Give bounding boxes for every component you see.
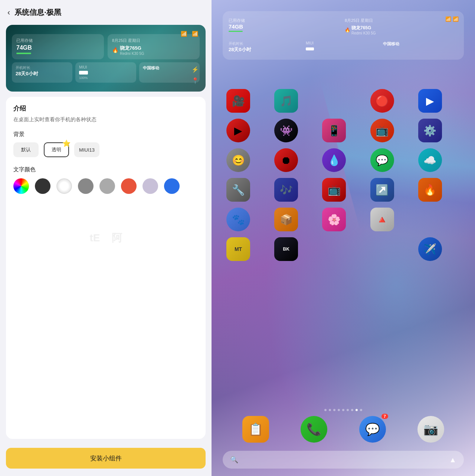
widget-grid: 已用存储 74GB 8月25日 星期日 🔥 骁龙765G Redmi K30 5…: [12, 34, 200, 59]
app-icon-maps[interactable]: 🔴: [370, 89, 394, 113]
rw-carrier-cell: 中国移动: [383, 40, 458, 54]
app-icon-wechat[interactable]: 💬: [370, 148, 394, 172]
color-gray1[interactable]: [78, 178, 94, 194]
message-badge: 7: [381, 414, 388, 419]
spacer4: [322, 267, 346, 291]
spacer2: [226, 267, 250, 291]
wifi-icon: 📶: [181, 31, 187, 37]
app-icon-play[interactable]: ▶: [418, 89, 442, 113]
app-icon-yt[interactable]: ▶: [226, 119, 250, 142]
dot-9: [360, 409, 362, 411]
uptime-label: 开机时长: [16, 65, 69, 70]
search-bar[interactable]: 🔍 ▲: [223, 451, 464, 469]
app-icon-fire[interactable]: 🔥: [418, 178, 442, 202]
xiaomi-flame-icon: 🔥: [112, 47, 118, 53]
right-panel: 📶 📶 已用存储 74GB 8月25日 星期日 🔥 骁龙765G Redmi K…: [212, 0, 475, 476]
color-lavender[interactable]: [142, 178, 158, 194]
color-dark[interactable]: [35, 178, 50, 194]
google-icon: ▲: [449, 456, 456, 464]
dock-icon-messages[interactable]: 💬 7: [359, 416, 386, 443]
star-icon: ⭐: [62, 139, 71, 148]
right-status-icons: 📶 📶: [445, 16, 459, 22]
storage-bar: [16, 53, 31, 54]
bg-option-default[interactable]: 默认: [13, 142, 39, 157]
app-icon-bk[interactable]: BK: [274, 237, 298, 261]
bg-transparent-label: 透明: [52, 146, 61, 153]
dot-8: [356, 409, 358, 411]
app-icon-rec[interactable]: ⏺: [274, 148, 298, 172]
app-icon-purple[interactable]: 💧: [322, 148, 346, 172]
left-panel: ‹ 系统信息·极黑 📶 📶 已用存储 74GB 8月25日 星期日 🔥 骁龙76…: [0, 0, 212, 476]
dot-2: [329, 409, 331, 411]
app-icon-gray2[interactable]: 😊: [226, 148, 250, 172]
app-icon-mt[interactable]: MT: [226, 237, 250, 261]
dot-5: [342, 409, 344, 411]
right-widget-grid: 已用存储 74GB 8月25日 星期日 🔥 骁龙765G Redmi K30 5…: [229, 16, 458, 37]
dot-7: [351, 409, 353, 411]
dots-indicator: [212, 409, 475, 411]
app-icon-box[interactable]: 📦: [274, 208, 298, 231]
app-icon-pink[interactable]: 🌸: [322, 208, 346, 231]
app-grid: 🎥 🎵 🔴 ▶ ▶ 👾 📱 📺 ⚙️ 😊 ⏺ 💧 💬 ☁️ 🔧 🎶 📺 ↗️ 🔥…: [226, 89, 460, 291]
chip-sub: Redmi K30 5G: [120, 52, 144, 56]
app-icon-tv3[interactable]: 📺: [322, 178, 346, 202]
app-icon-empty1: [322, 89, 346, 113]
spacer3: [274, 267, 298, 291]
rw-green-bar: [229, 31, 243, 32]
rw-storage-label: 已用存储: [229, 18, 342, 23]
dock-icon-camera[interactable]: 📷: [417, 416, 444, 443]
dot-3: [333, 409, 335, 411]
back-button[interactable]: ‹: [7, 8, 10, 17]
storage-value: 74GB: [16, 44, 99, 51]
color-white-outline[interactable]: [56, 178, 72, 194]
bluetooth-icon: ⚡: [191, 66, 199, 73]
app-icon-music2[interactable]: 🎵: [274, 89, 298, 113]
app-icon-fly[interactable]: ✈️: [418, 237, 442, 261]
rw-date-cell: 8月25日 星期日 🔥 骁龙765G Redmi K30 5G: [345, 16, 458, 37]
rw-date-label: 8月25日 星期日: [345, 18, 458, 23]
app-icon-video[interactable]: 🎥: [226, 89, 250, 113]
dot-4: [338, 409, 340, 411]
app-icon-music3[interactable]: 🎶: [274, 178, 298, 202]
app-icon-arrow[interactable]: ↗️: [370, 178, 394, 202]
bg-default-label: 默认: [21, 146, 31, 153]
right-widget: 📶 📶 已用存储 74GB 8月25日 星期日 🔥 骁龙765G Redmi K…: [223, 11, 464, 60]
dock-icon-files[interactable]: 📋: [242, 416, 269, 443]
right-wifi-icon: 📶: [445, 16, 451, 22]
app-icon-triangle[interactable]: 🔺: [370, 208, 394, 231]
chip-label: 骁龙765G: [120, 45, 144, 52]
app-icon-cloud[interactable]: ☁️: [418, 148, 442, 172]
color-rainbow[interactable]: [13, 178, 29, 194]
dock-icon-phone[interactable]: 📞: [301, 416, 327, 443]
rw-miui-label: MIUI: [306, 41, 381, 45]
app-icon-util[interactable]: ⚙️: [418, 119, 442, 142]
rw-storage-value: 74GB: [229, 23, 342, 30]
app-icon-baidu[interactable]: 🐾: [226, 208, 250, 231]
widget-date-cell: 8月25日 星期日 🔥 骁龙765G Redmi K30 5G: [108, 34, 200, 59]
bg-options: 默认 透明 ⭐ MIUI13: [13, 142, 198, 157]
install-widget-button[interactable]: 安装小组件: [6, 448, 206, 469]
dot-6: [347, 409, 349, 411]
date-label: 8月25日 星期日: [112, 38, 195, 43]
intro-title: 介绍: [13, 104, 198, 113]
app-icon-dark1[interactable]: 👾: [274, 119, 298, 142]
dock-area: 📋 📞 💬 7 📷: [226, 416, 460, 443]
app-icon-tools[interactable]: 🔧: [226, 178, 250, 202]
rw-uptime-value: 28天0小时: [229, 46, 304, 53]
bg-option-transparent[interactable]: 透明 ⭐: [44, 142, 69, 157]
uptime-cell: 开机时长 28天0小时: [12, 62, 72, 83]
install-btn-label: 安装小组件: [90, 454, 122, 463]
miui-label: MIUI: [79, 65, 132, 69]
header: ‹ 系统信息·极黑: [0, 0, 212, 21]
battery-label: 100%: [79, 76, 132, 80]
app-icon-mixed[interactable]: 📱: [322, 119, 346, 142]
rw-bottom: 开机时长 28天0小时 MIUI 中国移动: [229, 40, 458, 54]
color-blue[interactable]: [164, 178, 180, 194]
miui-cell: MIUI 100%: [75, 62, 136, 83]
color-orange[interactable]: [121, 178, 137, 194]
rw-carrier-label: 中国移动: [383, 41, 458, 47]
content-card: 介绍 在桌面上实时查看你手机的各种状态 背景 默认 透明 ⭐ MIUI13 文字…: [6, 97, 206, 439]
app-icon-tv2[interactable]: 📺: [370, 119, 394, 142]
bg-option-miui13[interactable]: MIUI13: [74, 142, 99, 157]
color-gray2[interactable]: [99, 178, 115, 194]
